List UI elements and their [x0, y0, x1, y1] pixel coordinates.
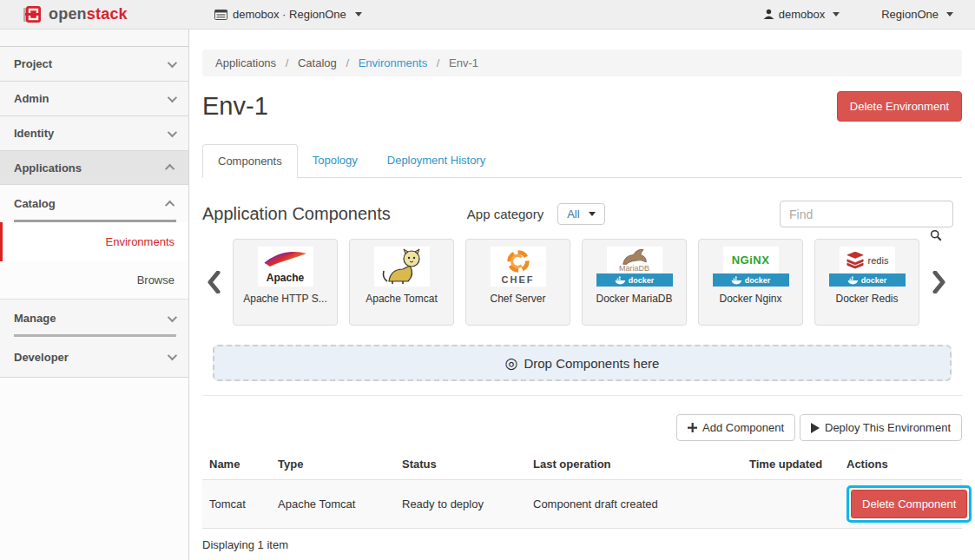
docker-banner: docker	[596, 273, 673, 287]
mariadb-seal-icon	[620, 248, 649, 266]
col-header-time-updated: Time updated	[742, 450, 840, 480]
openstack-logo[interactable]: openstack	[22, 4, 128, 25]
context-list-icon	[214, 10, 227, 20]
chevron-down-icon	[168, 351, 177, 360]
component-card-label: Apache Tomcat	[366, 293, 438, 305]
find-input[interactable]	[780, 201, 953, 227]
delete-environment-button[interactable]: Delete Environment	[837, 91, 962, 122]
component-card-apache-http[interactable]: Apache Apache HTTP S...	[233, 239, 338, 326]
sidebar-item-label: Developer	[14, 351, 69, 364]
app-category-label: App category	[467, 207, 543, 221]
play-icon	[811, 423, 820, 433]
search-icon[interactable]	[930, 229, 942, 241]
breadcrumb: Applications / Catalog / Environments / …	[202, 49, 962, 76]
component-card-label: Docker Nginx	[719, 293, 781, 305]
chef-logo-text: CHEF	[502, 274, 535, 285]
chevron-down-icon	[168, 57, 177, 67]
sidebar-item-admin[interactable]: Admin	[0, 82, 188, 116]
apache-logo-text: Apache	[267, 272, 304, 284]
main-content: Applications / Catalog / Environments / …	[189, 30, 975, 560]
chevron-right-icon	[932, 271, 945, 293]
component-status-cell: Ready to deploy	[395, 480, 526, 529]
sidebar-item-project[interactable]: Project	[0, 47, 188, 82]
sidebar-item-label: Identity	[14, 127, 54, 140]
component-time-updated-cell	[742, 480, 840, 529]
breadcrumb-environments-link[interactable]: Environments	[359, 56, 427, 69]
docker-banner-text: docker	[629, 276, 655, 285]
chevron-down-icon	[168, 92, 177, 102]
component-name-link[interactable]: Tomcat	[202, 480, 271, 529]
table-row: Tomcat Apache Tomcat Ready to deploy Com…	[202, 480, 962, 529]
tab-topology[interactable]: Topology	[298, 144, 372, 178]
component-card-docker-mariadb[interactable]: MariaDB docker Docker MariaDB	[582, 239, 687, 326]
region-menu[interactable]: RegionOne	[881, 8, 953, 21]
sidebar-top-strip	[0, 30, 188, 47]
component-card-label: Apache HTTP S...	[243, 293, 327, 305]
delete-component-button[interactable]: Delete Component	[851, 490, 967, 518]
chevron-down-icon	[946, 12, 953, 16]
breadcrumb-separator: /	[437, 56, 440, 69]
component-type-cell: Apache Tomcat	[271, 480, 395, 529]
docker-whale-icon	[731, 276, 742, 285]
section-heading: Application Components	[202, 204, 391, 224]
chevron-down-icon	[168, 127, 177, 136]
component-card-apache-tomcat[interactable]: Apache Tomcat	[349, 239, 454, 326]
action-highlight-box: Delete Component	[847, 485, 972, 523]
chevron-up-icon	[165, 164, 175, 174]
component-last-operation-cell: Component draft created	[526, 480, 742, 529]
breadcrumb-applications[interactable]: Applications	[215, 56, 276, 69]
tab-components[interactable]: Components	[202, 144, 298, 178]
sidebar-item-label: Manage	[14, 312, 56, 325]
sidebar-item-label: Project	[14, 57, 52, 70]
breadcrumb-separator: /	[286, 56, 289, 69]
drop-components-zone[interactable]: ◎ Drop Components here	[213, 345, 952, 381]
page-title: Env-1	[202, 92, 268, 121]
chevron-down-icon	[589, 212, 596, 216]
docker-banner: docker	[713, 273, 789, 287]
col-header-status: Status	[395, 450, 526, 480]
user-menu[interactable]: demobox	[763, 8, 840, 21]
top-navbar: openstack demobox · RegionOne demobox Re…	[0, 0, 975, 30]
sidebar-item-label: Catalog	[14, 197, 56, 210]
sidebar-item-manage[interactable]: Manage	[0, 299, 188, 337]
table-footer: Displaying 1 item	[202, 538, 962, 551]
breadcrumb-current: Env-1	[449, 56, 478, 69]
project-region-switcher[interactable]: demobox · RegionOne	[214, 8, 362, 21]
chevron-down-icon	[833, 12, 840, 16]
sidebar-item-label: Applications	[14, 161, 82, 175]
sidebar: Project Admin Identity Applications Cata…	[0, 30, 189, 560]
app-category-dropdown[interactable]: All	[557, 203, 604, 225]
context-switcher-label: demobox · RegionOne	[233, 8, 346, 21]
chevron-left-icon	[208, 271, 221, 293]
col-header-last-operation: Last operation	[526, 450, 742, 480]
sidebar-item-browse[interactable]: Browse	[0, 261, 188, 299]
user-menu-label: demobox	[779, 8, 825, 21]
redis-logo-text: redis	[868, 255, 889, 266]
sidebar-item-environments[interactable]: Environments	[0, 222, 188, 261]
sidebar-item-catalog[interactable]: Catalog	[0, 185, 188, 222]
sidebar-item-label: Browse	[137, 273, 175, 287]
add-component-button[interactable]: Add Component	[676, 414, 795, 441]
carousel-prev-button[interactable]	[202, 271, 225, 293]
tab-deployment-history[interactable]: Deployment History	[372, 144, 500, 178]
docker-banner-text: docker	[745, 276, 771, 285]
sidebar-item-label: Environments	[106, 235, 175, 248]
chevron-down-icon	[355, 12, 362, 16]
logo-text-stack: stack	[87, 5, 128, 23]
component-card-chef-server[interactable]: CHEF Chef Server	[465, 239, 570, 326]
sidebar-item-developer[interactable]: Developer	[0, 337, 188, 378]
apache-feather-icon	[263, 249, 308, 272]
chevron-down-icon	[168, 312, 177, 321]
logo-text-open: open	[49, 5, 87, 23]
deploy-environment-button[interactable]: Deploy This Environment	[800, 414, 962, 441]
sidebar-item-identity[interactable]: Identity	[0, 116, 188, 151]
chef-logo-icon	[505, 248, 531, 274]
component-card-docker-redis[interactable]: redis docker Docker Redis	[814, 239, 919, 326]
nginx-logo-text: NGiNX	[732, 254, 770, 267]
carousel-next-button[interactable]	[927, 271, 950, 293]
component-carousel: Apache Apache HTTP S...	[202, 239, 962, 326]
component-card-docker-nginx[interactable]: NGiNX docker Docker Nginx	[698, 239, 803, 326]
plus-icon	[688, 423, 697, 432]
sidebar-item-applications[interactable]: Applications	[0, 151, 188, 185]
breadcrumb-catalog[interactable]: Catalog	[298, 56, 337, 69]
